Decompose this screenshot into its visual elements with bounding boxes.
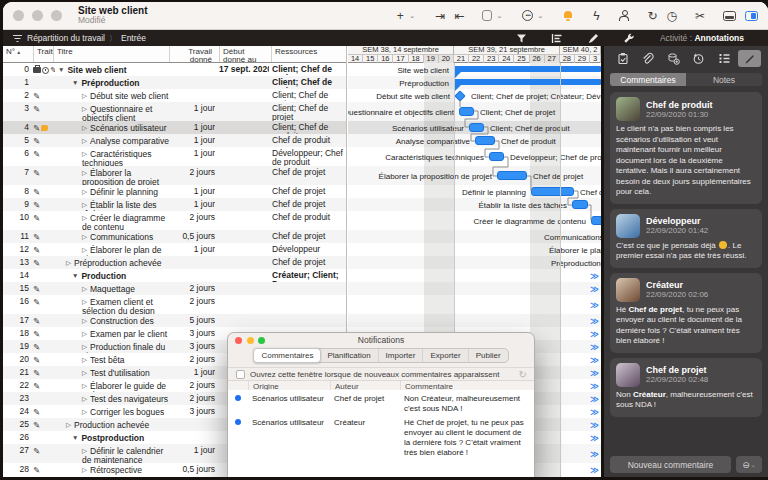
- collapse-icon[interactable]: ▼: [72, 271, 78, 280]
- annotations-pencil-icon[interactable]: [738, 50, 761, 67]
- offscreen-task-indicator[interactable]: ≫: [590, 420, 598, 430]
- style-brush-icon[interactable]: [587, 33, 599, 44]
- task-cost-icon[interactable]: [662, 50, 685, 67]
- table-row[interactable]: 5✎▷Analyse comparative1 jourChef de prod…: [3, 134, 346, 147]
- table-row[interactable]: 13✎▷Préproduction achevéeChef de projet: [3, 256, 346, 269]
- notif-tab-importer[interactable]: Importer: [379, 349, 424, 362]
- comment-options-button[interactable]: ⊖⌄: [736, 456, 762, 473]
- table-row[interactable]: 14▼ProductionCréateur; Client; D…: [3, 269, 346, 282]
- comment-card[interactable]: Chef de produit 22/09/2020 01:30 Le clie…: [610, 92, 762, 204]
- gantt-bar[interactable]: [531, 187, 574, 196]
- gantt-bar[interactable]: [572, 200, 588, 209]
- offscreen-task-indicator[interactable]: ≫: [590, 433, 598, 443]
- table-row[interactable]: 9✎▷Établir la liste des tâches1 jourChef…: [3, 198, 346, 211]
- toggle-statusbar-icon[interactable]: [723, 11, 736, 21]
- expand-icon[interactable]: ▷: [82, 394, 87, 403]
- expand-icon[interactable]: ▷: [82, 232, 87, 241]
- offscreen-task-indicator[interactable]: ≫: [590, 300, 598, 310]
- table-row[interactable]: 11✎▷Communications0,5 joursChef de proje…: [3, 230, 346, 243]
- gantt-bar[interactable]: [591, 216, 601, 225]
- breadcrumb-view[interactable]: Répartition du travail: [27, 33, 105, 43]
- outdent-icon[interactable]: ⇤: [454, 10, 464, 22]
- offscreen-task-indicator[interactable]: ≫: [590, 329, 598, 339]
- indent-icon[interactable]: ⇥: [435, 10, 445, 22]
- gantt-bar[interactable]: [469, 123, 484, 132]
- breadcrumb-section[interactable]: Entrée: [121, 33, 146, 43]
- collapse-icon[interactable]: ▼: [58, 65, 64, 74]
- offscreen-task-indicator[interactable]: ≫: [590, 394, 598, 404]
- table-row[interactable]: 3✎▷Questionnaire et objectifs client1 jo…: [3, 102, 346, 121]
- expand-icon[interactable]: ▷: [66, 258, 71, 267]
- resources-icon[interactable]: [619, 10, 629, 21]
- offscreen-task-indicator[interactable]: ≫: [590, 407, 598, 417]
- gantt-bar[interactable]: [489, 152, 504, 161]
- table-row[interactable]: 4✎▷Scénarios utilisateur1 jourClient; Ch…: [3, 121, 346, 134]
- offscreen-task-indicator[interactable]: ≫: [590, 271, 598, 281]
- minimize-button[interactable]: [32, 10, 43, 21]
- column-header-d-but-donn-au-plus-t-t[interactable]: Début donné au plus tôt: [219, 46, 271, 62]
- new-comment-button[interactable]: Nouveau commentaire: [610, 456, 731, 473]
- expand-icon[interactable]: ▷: [82, 91, 87, 100]
- expand-icon[interactable]: ▷: [82, 329, 87, 338]
- open-on-new-comments-checkbox[interactable]: [236, 370, 245, 379]
- offscreen-task-indicator[interactable]: ≫: [590, 342, 598, 352]
- comment-card[interactable]: Chef de projet 22/09/2020 02:48 Non Créa…: [610, 358, 762, 417]
- expand-icon[interactable]: ▷: [82, 407, 87, 416]
- table-row[interactable]: 15✎▷Maquettage2 jours: [3, 282, 346, 295]
- gantt-summary-bar[interactable]: [454, 79, 601, 85]
- comment-card[interactable]: Développeur 22/09/2020 01:42 C'est ce qu…: [610, 209, 762, 268]
- close-button[interactable]: [13, 10, 24, 21]
- tab-notes[interactable]: Notes: [686, 73, 762, 86]
- column-header-titre[interactable]: Titre: [53, 46, 169, 62]
- add-task-icon[interactable]: +: [395, 10, 405, 22]
- notif-tab-commentaires[interactable]: Commentaires: [253, 348, 321, 363]
- expand-icon[interactable]: ▷: [82, 465, 87, 474]
- zoom-button[interactable]: [51, 10, 62, 21]
- attachments-icon[interactable]: [636, 50, 659, 67]
- breadcrumb[interactable]: Répartition du travail 〉 Entrée: [12, 33, 146, 44]
- column-header-n-[interactable]: N° ▲: [3, 46, 31, 62]
- catch-up-icon[interactable]: ϟ: [591, 10, 601, 22]
- table-row[interactable]: 7✎▷Élaborer la proposition de projet2 jo…: [3, 166, 346, 185]
- collapse-icon[interactable]: ▼: [72, 433, 78, 442]
- table-row[interactable]: 12✎▷Élaborer le plan de site1 jourDévelo…: [3, 243, 346, 256]
- notifications-bell-icon[interactable]: [563, 11, 573, 21]
- notif-tab-publier[interactable]: Publier: [469, 349, 508, 362]
- offscreen-task-indicator[interactable]: ≫: [590, 449, 598, 459]
- gantt-bar[interactable]: [475, 136, 495, 145]
- table-row[interactable]: 6✎▷Caractéristiques techniques1 jourDéve…: [3, 147, 346, 166]
- task-history-icon[interactable]: [687, 50, 710, 67]
- offscreen-task-indicator[interactable]: ≫: [590, 284, 598, 294]
- notification-row[interactable]: Scénarios utilisateurChef de projetNon C…: [228, 390, 534, 414]
- offscreen-task-indicator[interactable]: ≫: [590, 316, 598, 326]
- view-options-icon[interactable]: [551, 33, 563, 44]
- toggle-sidebar-icon[interactable]: [745, 11, 758, 21]
- clock-icon[interactable]: ◷: [666, 10, 676, 22]
- custom-data-icon[interactable]: [713, 50, 736, 67]
- expand-icon[interactable]: ▷: [66, 420, 71, 429]
- expand-icon[interactable]: ▷: [82, 355, 87, 364]
- offscreen-task-indicator[interactable]: ≫: [590, 381, 598, 391]
- attachment-chevron-icon[interactable]: ⌄: [494, 12, 504, 19]
- column-header-traits[interactable]: Traits: [33, 46, 53, 62]
- attachment-icon[interactable]: [482, 10, 492, 21]
- table-row[interactable]: 10✎▷Créer le diagramme de contenu2 jours…: [3, 211, 346, 230]
- gantt-bar[interactable]: [459, 107, 474, 116]
- expand-icon[interactable]: ▷: [82, 187, 87, 196]
- tab-commentaires[interactable]: Commentaires: [610, 73, 686, 86]
- offscreen-task-indicator[interactable]: ≫: [590, 368, 598, 378]
- collapse-icon[interactable]: ▼: [72, 78, 78, 87]
- comment-card[interactable]: Créateur 22/09/2020 02:06 Hé Chef de pro…: [610, 273, 762, 353]
- offscreen-task-indicator[interactable]: ≫: [590, 465, 598, 475]
- notif-tab-planification[interactable]: Planification: [320, 349, 378, 362]
- column-header-ressources[interactable]: Ressources: [271, 46, 347, 62]
- expand-icon[interactable]: ▷: [82, 284, 87, 293]
- sync-icon[interactable]: ↻: [647, 10, 657, 22]
- offscreen-task-indicator[interactable]: ≫: [590, 355, 598, 365]
- filter-icon[interactable]: [516, 33, 527, 44]
- expand-icon[interactable]: ▷: [82, 136, 87, 145]
- wrench-icon[interactable]: [623, 33, 635, 44]
- gantt-bar[interactable]: [497, 171, 527, 180]
- refresh-icon[interactable]: ↻: [519, 369, 527, 380]
- task-info-icon[interactable]: [611, 50, 634, 67]
